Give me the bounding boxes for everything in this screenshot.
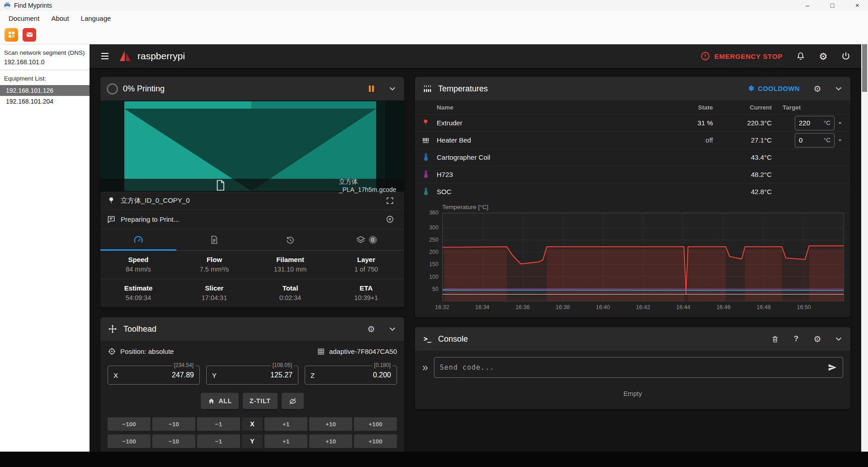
- jog-y-plus-10[interactable]: +10: [309, 434, 352, 448]
- expand-icon[interactable]: [382, 193, 398, 209]
- jog-x-plus-1[interactable]: +1: [264, 417, 307, 431]
- emergency-stop-button[interactable]: EMERGENCY STOP: [696, 51, 787, 61]
- stat-layer: Layer1 of 750: [328, 251, 404, 279]
- toolhead-gear-icon[interactable]: ⚙: [363, 321, 379, 337]
- stat-filament: Filament131.10 mm: [252, 251, 328, 279]
- x-tick-label: 16:44: [676, 304, 690, 310]
- device-item-selected[interactable]: 192.168.101.126: [0, 85, 90, 96]
- thermometer-icon: [421, 153, 437, 162]
- toolhead-move-icon: [107, 324, 118, 334]
- home-all-button[interactable]: ALL: [201, 393, 239, 409]
- bed-mesh-name[interactable]: adaptive-7F8047CA50: [329, 348, 397, 355]
- z-tilt-button[interactable]: Z-TILT: [243, 393, 278, 409]
- toolhead-panel: Toolhead ⚙ Position: absolute: [100, 317, 404, 452]
- thermometer-icon: [421, 170, 437, 179]
- alert-circle-icon: [700, 51, 710, 61]
- motors-off-button[interactable]: [282, 393, 304, 409]
- stat-estimate: Estimate54:09:34: [100, 279, 176, 307]
- mainsail-logo: [118, 49, 132, 63]
- jog-y-minus-1[interactable]: −1: [197, 434, 240, 448]
- console-input[interactable]: [440, 363, 827, 372]
- x-tick-label: 16:40: [596, 304, 610, 310]
- chart-y-axis: 36030025020015010050: [421, 213, 442, 301]
- temp-row-heater-bed: Heater Bed off 27.1°C °C: [415, 131, 850, 148]
- webview-scrollbar[interactable]: [861, 44, 868, 452]
- toolbar-scan-icon[interactable]: [5, 28, 18, 42]
- y-tick-label: 250: [429, 237, 439, 243]
- axis-x-field[interactable]: X 247.89 [234.54]: [108, 366, 200, 385]
- y-tick-label: 50: [432, 286, 439, 292]
- tab-speed[interactable]: [100, 229, 176, 250]
- hamburger-menu-icon[interactable]: [96, 47, 114, 65]
- gcode-filename: 立方体_PLA_17h5m.gcode: [339, 178, 399, 193]
- title-bar: Find Myprints – □ ×: [0, 0, 868, 11]
- window-title: Find Myprints: [14, 2, 52, 9]
- axis-z-field[interactable]: Z 0.200 [0.180]: [305, 366, 397, 385]
- jog-x-minus-10[interactable]: −10: [152, 417, 195, 431]
- console-chevron-down-icon[interactable]: [830, 331, 847, 347]
- axis-y-field[interactable]: Y 125.27 [108.05]: [206, 366, 298, 385]
- heater-bed-target-input[interactable]: [799, 136, 818, 144]
- layers-icon: [356, 235, 366, 245]
- close-button[interactable]: ×: [846, 0, 868, 11]
- tab-history[interactable]: [252, 229, 328, 250]
- heater-bed-preset-caret-icon[interactable]: [836, 136, 844, 144]
- temp-row-extruder: Extruder 31 % 220.3°C °C: [415, 114, 850, 131]
- console-empty-label: Empty: [422, 390, 843, 397]
- heater-bed-icon: [421, 136, 437, 144]
- scrollbar-thumb[interactable]: [862, 44, 867, 92]
- clear-console-trash-icon[interactable]: [767, 331, 783, 347]
- jog-x-minus-100[interactable]: −100: [108, 417, 151, 431]
- heater-bed-target-field[interactable]: °C: [795, 133, 835, 148]
- temperatures-chevron-down-icon[interactable]: [830, 81, 847, 97]
- console-help-icon[interactable]: ?: [788, 331, 804, 347]
- chart-title: Temperature [°C]: [442, 204, 844, 210]
- temperatures-panel: Temperatures ❄ COOLDOWN ⚙: [415, 77, 850, 317]
- extruder-preset-caret-icon[interactable]: [836, 119, 844, 127]
- console-prompt-icon[interactable]: »: [422, 362, 428, 373]
- send-icon[interactable]: [827, 362, 837, 372]
- extruder-target-input[interactable]: [799, 119, 818, 127]
- motor-off-icon: [288, 397, 297, 405]
- extruder-nozzle-icon: [421, 119, 437, 127]
- menu-language[interactable]: Language: [75, 12, 117, 24]
- jog-y-plus-1[interactable]: +1: [264, 434, 307, 448]
- jog-x-plus-10[interactable]: +10: [309, 417, 352, 431]
- position-target-icon: [108, 347, 116, 356]
- terminal-icon: >_: [421, 335, 433, 343]
- console-gear-icon[interactable]: ⚙: [809, 331, 826, 347]
- maximize-button[interactable]: □: [821, 0, 843, 11]
- temperature-chart: Temperature [°C] 36030025020015010050 16…: [415, 200, 850, 317]
- dismiss-message-icon[interactable]: [382, 211, 398, 228]
- jog-y-minus-100[interactable]: −100: [108, 434, 151, 448]
- menu-about[interactable]: About: [45, 12, 75, 24]
- pause-button[interactable]: [363, 81, 379, 97]
- toolbar-mail-icon[interactable]: [23, 28, 36, 42]
- menu-bar: Document About Language: [0, 11, 868, 25]
- cooldown-button[interactable]: ❄ COOLDOWN: [744, 82, 804, 95]
- temp-row-h723: H723 48.2°C: [415, 166, 850, 183]
- tab-file[interactable]: [176, 229, 252, 250]
- menu-document[interactable]: Document: [3, 12, 45, 24]
- status-message-row: Preparing to Print...: [100, 209, 404, 229]
- x-tick-label: 16:42: [636, 304, 650, 310]
- scan-network-input[interactable]: [4, 58, 76, 66]
- jog-x-minus-1[interactable]: −1: [197, 417, 240, 431]
- power-icon[interactable]: [837, 47, 855, 65]
- toolhead-chevron-down-icon[interactable]: [384, 321, 401, 337]
- tab-layers[interactable]: 0: [328, 229, 404, 250]
- minimize-button[interactable]: –: [797, 0, 818, 11]
- temperatures-gear-icon[interactable]: ⚙: [809, 81, 826, 97]
- jog-x-plus-100[interactable]: +100: [354, 417, 397, 431]
- settings-gear-icon[interactable]: ⚙: [814, 47, 832, 65]
- message-icon: [107, 215, 116, 224]
- device-item[interactable]: 192.168.101.204: [0, 96, 90, 107]
- console-input-field[interactable]: [434, 357, 843, 378]
- extruder-target-field[interactable]: °C: [795, 116, 835, 130]
- print-stats-row-1: Speed84 mm/s Flow7.5 mm³/s Filament131.1…: [100, 251, 404, 279]
- jog-y-plus-100[interactable]: +100: [354, 434, 397, 448]
- notifications-bell-icon[interactable]: [792, 47, 810, 65]
- print-panel-chevron-down-icon[interactable]: [384, 81, 401, 97]
- jog-y-minus-10[interactable]: −10: [152, 434, 195, 448]
- file-icon: [106, 179, 335, 192]
